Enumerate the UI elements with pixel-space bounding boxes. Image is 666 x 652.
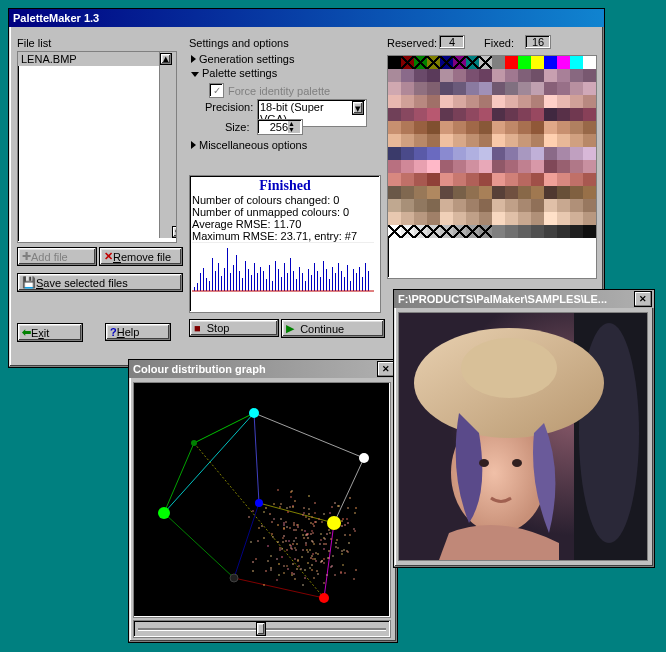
main-titlebar[interactable]: PaletteMaker 1.3 [9, 9, 604, 27]
scroll-up-icon[interactable]: ▴ [160, 53, 172, 65]
img-titlebar[interactable]: F:\PRODUCTS\PalMaker\SAMPLES\LE... ✕ [394, 290, 654, 308]
graph-slider[interactable] [133, 620, 391, 638]
slider-thumb[interactable] [256, 622, 266, 636]
svg-point-94 [258, 527, 260, 529]
svg-point-147 [334, 502, 336, 504]
force-identity-checkbox[interactable]: ✓ [209, 83, 224, 98]
svg-point-243 [341, 520, 343, 522]
svg-rect-42 [320, 277, 321, 291]
svg-rect-49 [341, 271, 342, 291]
svg-point-137 [323, 548, 325, 550]
svg-rect-50 [344, 277, 345, 291]
svg-point-122 [248, 516, 250, 518]
svg-point-264 [293, 540, 295, 542]
continue-button[interactable]: ▶ Continue [281, 319, 385, 338]
svg-point-270 [323, 558, 325, 560]
svg-point-171 [311, 540, 313, 542]
svg-point-144 [353, 578, 355, 580]
graph-titlebar[interactable]: Colour distribution graph ✕ [129, 360, 397, 378]
stop-button[interactable]: ■ Stop [189, 319, 279, 337]
svg-point-236 [323, 543, 325, 545]
scrollbar[interactable]: ▴ ▾ [159, 52, 176, 238]
svg-line-69 [254, 413, 364, 458]
svg-rect-16 [242, 278, 243, 291]
expand-icon [191, 55, 196, 63]
svg-point-85 [294, 547, 296, 549]
svg-point-200 [291, 548, 293, 550]
svg-point-293 [230, 574, 238, 582]
svg-point-244 [328, 550, 330, 552]
svg-point-228 [308, 508, 310, 510]
svg-point-121 [335, 542, 337, 544]
remove-file-button[interactable]: ✕Remove file [99, 247, 183, 266]
svg-point-212 [294, 558, 296, 560]
svg-point-265 [277, 524, 279, 526]
svg-point-178 [283, 522, 285, 524]
svg-point-188 [293, 524, 295, 526]
svg-point-165 [289, 506, 291, 508]
svg-point-158 [342, 518, 344, 520]
svg-point-160 [330, 538, 332, 540]
svg-rect-52 [350, 281, 351, 291]
svg-point-112 [355, 569, 357, 571]
graph-canvas[interactable] [133, 382, 391, 618]
image-canvas [398, 312, 648, 561]
svg-point-156 [278, 574, 280, 576]
svg-point-291 [302, 549, 304, 551]
svg-point-280 [265, 507, 267, 509]
expand-icon [191, 141, 196, 149]
svg-point-91 [283, 565, 285, 567]
svg-point-210 [332, 555, 334, 557]
svg-point-93 [285, 540, 287, 542]
palette-grid[interactable] [387, 55, 597, 279]
svg-point-133 [293, 522, 295, 524]
svg-rect-8 [218, 263, 219, 291]
svg-point-259 [269, 513, 271, 515]
svg-point-211 [280, 503, 282, 505]
svg-point-191 [257, 540, 259, 542]
misc-row[interactable]: Miscellaneous options [191, 139, 307, 151]
gen-settings-row[interactable]: Generation settings [191, 53, 294, 65]
svg-point-106 [294, 578, 296, 580]
force-identity-row[interactable]: ✓ Force identity palette [209, 83, 330, 98]
svg-point-285 [291, 574, 293, 576]
size-input[interactable]: 256▲▼ [257, 119, 303, 135]
close-icon[interactable]: ✕ [634, 291, 652, 307]
exit-button[interactable]: ⬅ Exit [17, 323, 83, 342]
svg-point-226 [306, 534, 308, 536]
svg-point-201 [283, 524, 285, 526]
save-files-button[interactable]: 💾 Save selected files [17, 273, 183, 292]
svg-point-114 [297, 526, 299, 528]
chevron-down-icon[interactable]: ▾ [352, 101, 364, 115]
svg-point-84 [279, 506, 281, 508]
svg-point-281 [263, 511, 265, 513]
svg-point-267 [307, 537, 309, 539]
svg-point-164 [315, 552, 317, 554]
svg-rect-29 [281, 277, 282, 291]
help-button[interactable]: ? Help [105, 323, 171, 341]
add-file-button[interactable]: ✚ Add file [17, 247, 97, 266]
size-label: Size: [225, 121, 249, 133]
status-title: Finished [192, 178, 378, 194]
spinner-icon[interactable]: ▲▼ [288, 121, 300, 133]
svg-rect-30 [284, 263, 285, 291]
svg-rect-40 [314, 263, 315, 291]
svg-point-177 [341, 525, 343, 527]
svg-point-136 [279, 547, 281, 549]
svg-point-247 [267, 545, 269, 547]
svg-point-250 [295, 537, 297, 539]
scroll-down-icon[interactable]: ▾ [172, 226, 177, 238]
file-list[interactable]: LENA.BMP ▴ ▾ [17, 51, 177, 243]
svg-rect-38 [308, 269, 309, 291]
svg-point-213 [314, 521, 316, 523]
svg-point-119 [263, 584, 265, 586]
svg-point-73 [304, 530, 306, 532]
svg-rect-10 [224, 268, 225, 291]
list-item[interactable]: LENA.BMP [18, 52, 176, 66]
status-changed: Number of colours changed: 0 [192, 194, 378, 206]
svg-rect-44 [326, 269, 327, 291]
pal-settings-row[interactable]: Palette settings [191, 67, 277, 79]
svg-point-290 [302, 534, 304, 536]
svg-point-78 [281, 556, 283, 558]
svg-point-206 [334, 574, 336, 576]
